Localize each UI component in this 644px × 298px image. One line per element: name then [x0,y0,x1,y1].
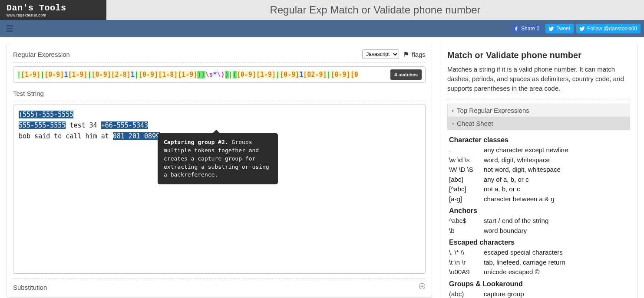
accordion-cheat-label: Cheat Sheet [457,120,493,127]
regex-token[interactable]: | [229,71,233,79]
cheat-section-heading: Anchors [449,206,628,216]
cheat-key: ^abc$ [449,216,484,226]
follow-button[interactable]: Follow @danstools00 [576,24,641,33]
regex-token[interactable]: [0-9] [237,71,256,79]
accordion-cheat-sheet[interactable]: ▾ Cheat Sheet [447,117,630,130]
regex-token[interactable]: [2-8] [111,71,131,79]
token-tooltip: Capturing group #2. Groups multiple toke… [158,133,278,184]
regex-token[interactable]: [0-9] [280,71,299,79]
twitter-icon [549,26,554,31]
tooltip-title: Capturing group #2. [164,139,228,145]
cheat-row: [^abc]not a, b, or c [449,184,628,194]
cheat-key: \t \n \r [449,258,484,268]
regex-input[interactable]: |[1-9]|[0-9]1[1-9]|[0-9][2-8]1|[0-9][1-8… [13,66,426,83]
cheat-row: ^abc$start / end of the string [449,216,628,226]
facebook-share-button[interactable]: Share 0 [510,24,543,33]
regex-token[interactable]: ) [225,71,229,79]
twitter-icon [580,26,585,31]
cheat-value: word boundary [484,226,628,236]
regex-tokens: |[1-9]|[0-9]1[1-9]|[0-9][2-8]1|[0-9][1-8… [17,71,388,79]
follow-label: Follow @danstools00 [587,26,637,32]
cheat-sheet-content: Character classes.any character except n… [447,130,630,298]
regex-token[interactable]: [0-9] [331,71,350,79]
regex-token[interactable]: 1 [131,71,135,79]
match-count-badge: 4 matches [390,69,422,80]
regex-token[interactable]: [0-9] [44,71,64,79]
regex-token[interactable]: | [40,71,44,79]
cheat-value: any of a, b, or c [484,175,628,185]
flag-icon [403,51,410,57]
test-text: bob said to call him at [19,132,113,140]
cheat-key: [^abc] [449,184,484,194]
cheat-row: .any character except newline [449,145,628,155]
regex-token[interactable]: * [213,71,217,79]
plus-circle-icon [419,283,426,290]
cheat-value: not word, digit, whitespace [484,165,628,175]
substitution-title: Substitution [13,284,47,291]
accordion-top-label: Top Regular Expressions [457,107,529,114]
regex-token[interactable]: [1-9] [256,71,276,79]
regex-token[interactable]: | [135,71,139,79]
caret-down-icon: ▾ [452,121,454,126]
regex-token[interactable]: \s [205,71,213,79]
cheat-value: start / end of the string [484,216,628,226]
facebook-icon [514,26,519,31]
menu-icon[interactable] [3,24,16,33]
cheat-section-heading: Escaped characters [449,237,628,248]
flags-label: flags [412,51,426,58]
cheat-row: \bword boundary [449,226,628,236]
cheat-row: (abc)capture group [449,289,628,298]
cheat-value: escaped special characters [484,248,628,258]
regex-token[interactable]: [1-9] [68,71,87,79]
regex-token[interactable]: [0 [350,71,358,79]
match-highlight: +66-555-5343 [101,121,148,129]
regex-token[interactable]: [1-8] [158,71,178,79]
regex-token[interactable]: | [88,71,92,79]
expand-substitution-button[interactable] [419,283,426,292]
match-highlight: 081 201 0899 [113,132,160,140]
regex-token[interactable]: [0-9] [92,71,111,79]
tweet-button[interactable]: Tweet [545,24,574,33]
logo[interactable]: Dan's Tools www.regextester.com [0,0,106,20]
page-title: Regular Exp Match or Validate phone numb… [106,0,644,20]
cheat-key: . [449,145,484,155]
regex-token[interactable]: [0-9] [139,71,158,79]
match-highlight: (555)-555-5555 [19,111,73,118]
regex-token[interactable]: ( [233,71,237,79]
cheat-key: [abc] [449,175,484,185]
cheat-row: [a-g]character between a & g [449,194,628,204]
test-text: test 34 [66,121,101,129]
info-description: Matches a string if it is a valid phone … [447,65,630,99]
test-section-title: Test String [13,87,426,101]
facebook-share-label: Share 0 [521,26,539,32]
cheat-key: \b [449,226,484,236]
cheat-row: \u00A9unicode escaped © [449,267,628,277]
flavor-select[interactable]: Javascript [362,49,399,59]
cheat-row: \W \D \Snot word, digit, whitespace [449,165,628,175]
caret-right-icon: ▸ [452,108,454,113]
accordion-top-expressions[interactable]: ▸ Top Regular Expressions [447,104,630,117]
regex-token[interactable]: | [276,71,280,79]
tweet-label: Tweet [556,26,570,32]
regex-token[interactable]: | [327,71,330,79]
regex-token[interactable]: \) [217,71,225,79]
cheat-value: character between a & g [484,194,628,204]
match-highlight: 555-555-5555 [19,121,66,129]
regex-token[interactable]: 1 [299,71,303,79]
cheat-key: \W \D \S [449,165,484,175]
info-title: Match or Validate phone number [447,50,630,60]
sidebar-panel: Match or Validate phone number Matches a… [440,44,637,298]
flags-button[interactable]: flags [403,51,426,58]
cheat-row: \t \n \rtab, linefeed, carriage return [449,258,628,268]
regex-token[interactable]: ) [201,71,205,79]
regex-token[interactable]: [02-9] [303,71,327,79]
regex-token[interactable]: [1-9] [178,71,197,79]
cheat-value: word, digit, whitespace [484,155,628,165]
regex-token[interactable]: [1-9] [21,71,40,79]
cheat-value: tab, linefeed, carriage return [484,258,628,268]
cheat-row: \w \d \sword, digit, whitespace [449,155,628,165]
cheat-key: [a-g] [449,194,484,204]
regex-token[interactable]: | [17,71,21,79]
logo-title: Dan's Tools [7,3,100,13]
cheat-row: [abc]any of a, b, or c [449,175,628,185]
